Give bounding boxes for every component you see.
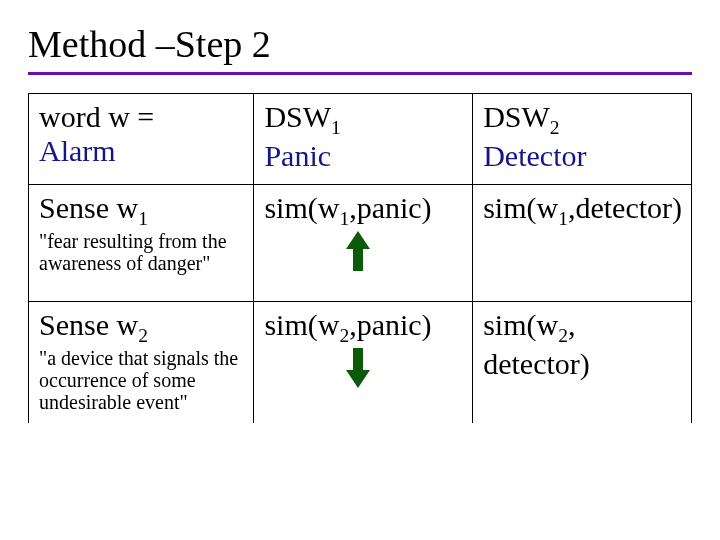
sim22-sub: 2 [558, 325, 568, 346]
dsw1-prefix: DSW [264, 100, 331, 133]
cell-sense1: Sense w1 "fear resulting from the awaren… [29, 184, 254, 301]
dsw1-sub: 1 [331, 117, 341, 138]
cell-dsw1: DSW1 Panic [254, 93, 473, 184]
sim12-sub: 1 [558, 208, 568, 229]
slide-title: Method –Step 2 [28, 24, 692, 66]
cell-sim-w1-panic: sim(w1,panic) [254, 184, 473, 301]
sim21-a: sim(w [264, 308, 339, 341]
dsw2-prefix: DSW [483, 100, 550, 133]
word-value: Alarm [39, 134, 116, 167]
cell-sense2: Sense w2 "a device that signals the occu… [29, 301, 254, 423]
sim11-b: ,panic) [349, 191, 431, 224]
cell-sim-w1-detector: sim(w1,detector) [473, 184, 692, 301]
word-label: word w = [39, 100, 154, 133]
cell-word: word w = Alarm [29, 93, 254, 184]
sense2-gloss: "a device that signals the occurrence of… [39, 347, 243, 413]
dsw2-sub: 2 [550, 117, 560, 138]
dsw2-value: Detector [483, 139, 586, 172]
arrow-down-icon [344, 346, 372, 390]
cell-sim-w2-detector: sim(w2, detector) [473, 301, 692, 423]
arrow-up-icon [344, 229, 372, 273]
sense1-prefix: Sense w [39, 191, 138, 224]
sim22-a: sim(w [483, 308, 558, 341]
sense2-sub: 2 [138, 325, 148, 346]
table-row: Sense w1 "fear resulting from the awaren… [29, 184, 692, 301]
sense1-gloss: "fear resulting from the awareness of da… [39, 230, 243, 274]
sim21-b: ,panic) [349, 308, 431, 341]
sim21-sub: 2 [339, 325, 349, 346]
title-underline [28, 72, 692, 75]
cell-dsw2: DSW2 Detector [473, 93, 692, 184]
dsw1-value: Panic [264, 139, 331, 172]
sense2-prefix: Sense w [39, 308, 138, 341]
sim11-a: sim(w [264, 191, 339, 224]
sense1-sub: 1 [138, 208, 148, 229]
cell-sim-w2-panic: sim(w2,panic) [254, 301, 473, 423]
table-row: Sense w2 "a device that signals the occu… [29, 301, 692, 423]
slide: Method –Step 2 word w = Alarm DSW1 Panic… [0, 0, 720, 540]
sim12-a: sim(w [483, 191, 558, 224]
sim12-b: ,detector) [568, 191, 682, 224]
table-row: word w = Alarm DSW1 Panic DSW2 Detector [29, 93, 692, 184]
method-table: word w = Alarm DSW1 Panic DSW2 Detector … [28, 93, 692, 423]
sim11-sub: 1 [339, 208, 349, 229]
